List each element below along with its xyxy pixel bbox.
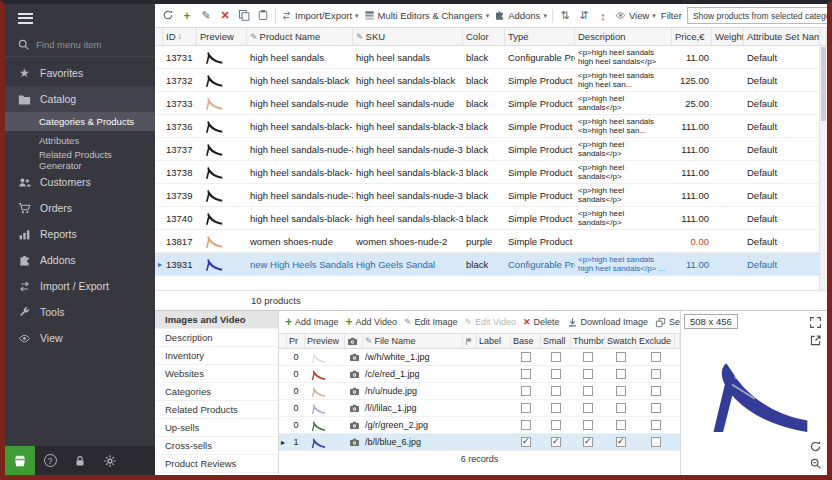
- column-header-preview[interactable]: Preview: [197, 28, 247, 45]
- sidebar-item-customers[interactable]: Customers: [5, 169, 155, 195]
- exclude-checkbox[interactable]: [651, 420, 661, 430]
- base-checkbox[interactable]: [521, 420, 531, 430]
- sidebar-item-related-products-generator[interactable]: Related Products Generator: [5, 150, 155, 169]
- base-checkbox[interactable]: [521, 369, 531, 379]
- column-header-id[interactable]: ID↓: [163, 28, 197, 45]
- column-header-exclude[interactable]: Exclude: [637, 334, 675, 348]
- rotate-icon[interactable]: [809, 440, 822, 453]
- tab-categories[interactable]: Categories: [155, 383, 278, 401]
- column-header-price[interactable]: Price,€: [672, 28, 712, 45]
- swatch-checkbox[interactable]: [616, 352, 626, 362]
- sidebar-item-view[interactable]: View: [5, 325, 155, 351]
- import-export-button[interactable]: Import/Export ▾: [281, 10, 359, 21]
- view-button[interactable]: View ▾: [615, 10, 656, 21]
- column-header-image-preview[interactable]: Preview: [305, 334, 345, 348]
- exclude-checkbox[interactable]: [651, 437, 661, 447]
- sidebar-item-import-export[interactable]: Import / Export: [5, 273, 155, 299]
- product-row[interactable]: 13737 high heel sandals-nude-36 high hee…: [155, 138, 827, 161]
- add-product-button[interactable]: +: [180, 9, 194, 23]
- column-header-attribute-set[interactable]: Attribute Set Name: [744, 28, 820, 45]
- category-filter-select[interactable]: Show products from selected categories ▾: [687, 7, 832, 24]
- column-header-flag[interactable]: [463, 334, 477, 348]
- sidebar-item-orders[interactable]: Orders: [5, 195, 155, 221]
- sort-ascending-button[interactable]: ⇅: [558, 9, 572, 22]
- thumbnail-checkbox[interactable]: [583, 437, 593, 447]
- multi-editors-button[interactable]: Multi Editors & Changers ▾: [364, 10, 490, 21]
- product-row[interactable]: 13731 high heel sandals high heel sandal…: [155, 46, 827, 69]
- column-header-description[interactable]: Description: [575, 28, 672, 45]
- row-height-button[interactable]: ↕: [596, 10, 610, 22]
- column-header-type[interactable]: Type: [505, 28, 575, 45]
- image-row[interactable]: 1: [279, 434, 680, 451]
- column-header-swatch[interactable]: Swatch: [605, 334, 637, 348]
- image-row[interactable]: 0: [279, 349, 680, 366]
- column-header-camera[interactable]: [345, 334, 363, 348]
- sidebar-item-addons[interactable]: Addons: [5, 247, 155, 273]
- vertical-scrollbar[interactable]: [819, 46, 827, 290]
- product-row[interactable]: 13733 high heel sandals-nude high heel s…: [155, 92, 827, 115]
- swatch-checkbox[interactable]: [616, 437, 626, 447]
- base-checkbox[interactable]: [521, 352, 531, 362]
- tab-related-products[interactable]: Related Products: [155, 401, 278, 419]
- product-row[interactable]: 13736 high heel sandals-black-36 high he…: [155, 115, 827, 138]
- image-row[interactable]: 0: [279, 383, 680, 400]
- lock-button[interactable]: [65, 446, 95, 475]
- column-header-file-name[interactable]: ✎ File Name: [363, 334, 463, 348]
- open-external-icon[interactable]: [809, 334, 822, 347]
- product-row[interactable]: 13738 high heel sandals-black-37 high he…: [155, 161, 827, 184]
- small-checkbox[interactable]: [551, 352, 561, 362]
- product-row[interactable]: 13817 women shoes-nude women shoes-nude-…: [155, 230, 827, 253]
- thumbnail-checkbox[interactable]: [583, 403, 593, 413]
- column-header-priority[interactable]: Pr: [287, 334, 305, 348]
- hamburger-menu-button[interactable]: [5, 4, 155, 32]
- refresh-button[interactable]: [161, 9, 175, 23]
- small-checkbox[interactable]: [551, 403, 561, 413]
- sort-descending-button[interactable]: ⇵: [577, 9, 591, 22]
- copy-button[interactable]: [237, 9, 251, 23]
- base-checkbox[interactable]: [521, 386, 531, 396]
- menu-search-input[interactable]: Find menu item: [5, 32, 155, 57]
- settings-button[interactable]: [95, 446, 125, 475]
- swatch-checkbox[interactable]: [616, 369, 626, 379]
- column-header-label[interactable]: Label: [477, 334, 511, 348]
- tab-description[interactable]: Description: [155, 329, 278, 347]
- edit-product-button[interactable]: ✎: [199, 9, 213, 22]
- thumbnail-checkbox[interactable]: [583, 352, 593, 362]
- addons-button[interactable]: Addons ▾: [494, 10, 547, 21]
- image-row[interactable]: 0: [279, 417, 680, 434]
- product-row[interactable]: 13739 high heel sandals-nude-37 high hee…: [155, 184, 827, 207]
- small-checkbox[interactable]: [551, 386, 561, 396]
- fullscreen-icon[interactable]: [809, 316, 822, 329]
- thumbnail-checkbox[interactable]: [583, 369, 593, 379]
- sidebar-item-tools[interactable]: Tools: [5, 299, 155, 325]
- column-header-thumbnail[interactable]: Thumbna: [571, 334, 605, 348]
- tab-images-and-video[interactable]: Images and Video: [155, 311, 278, 329]
- sidebar-item-categories-products[interactable]: Categories & Products: [5, 112, 155, 131]
- exclude-checkbox[interactable]: [651, 352, 661, 362]
- swatch-checkbox[interactable]: [616, 386, 626, 396]
- column-header-small[interactable]: Small: [541, 334, 571, 348]
- column-header-color[interactable]: Color: [463, 28, 505, 45]
- swatch-checkbox[interactable]: [616, 420, 626, 430]
- small-checkbox[interactable]: [551, 437, 561, 447]
- column-header-weight[interactable]: Weight: [712, 28, 744, 45]
- sidebar-item-reports[interactable]: Reports: [5, 221, 155, 247]
- download-image-button[interactable]: Download Image: [567, 317, 649, 328]
- scrollbar-thumb[interactable]: [821, 47, 826, 121]
- paste-button[interactable]: [256, 9, 270, 23]
- exclude-checkbox[interactable]: [651, 369, 661, 379]
- add-image-button[interactable]: + Add Image: [285, 315, 339, 329]
- product-row[interactable]: 13732 high heel sandals-black high heel …: [155, 69, 827, 92]
- thumbnail-checkbox[interactable]: [583, 420, 593, 430]
- base-checkbox[interactable]: [521, 437, 531, 447]
- base-checkbox[interactable]: [521, 403, 531, 413]
- sidebar-item-catalog[interactable]: Catalog: [5, 86, 155, 112]
- sidebar-item-attributes[interactable]: Attributes: [5, 131, 155, 150]
- tab-product-reviews[interactable]: Product Reviews: [155, 455, 278, 473]
- product-row[interactable]: 13740 high heel sandals-black-38 high he…: [155, 207, 827, 230]
- product-row[interactable]: 13931 new High Heels Sandals High Geels …: [155, 253, 827, 276]
- add-video-button[interactable]: + Add Video: [346, 315, 397, 329]
- tab-websites[interactable]: Websites: [155, 365, 278, 383]
- delete-image-button[interactable]: ✕ Delete: [523, 317, 560, 327]
- small-checkbox[interactable]: [551, 420, 561, 430]
